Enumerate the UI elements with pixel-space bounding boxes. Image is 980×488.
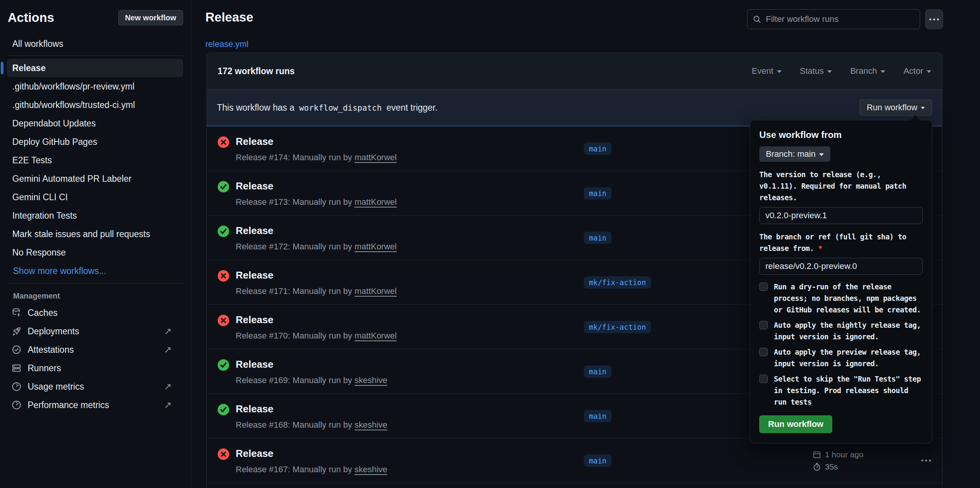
run-actor-link[interactable]: mattKorwel <box>354 242 397 251</box>
workflow-input-checkboxes: Run a dry-run of the release process; no… <box>759 281 923 408</box>
sidebar-item-all-workflows[interactable]: All workflows <box>8 35 183 52</box>
run-status-icon <box>218 270 229 282</box>
ref-input[interactable] <box>759 258 923 275</box>
sidebar-item-deployments[interactable]: Deployments ↗ <box>8 322 183 340</box>
cache-icon <box>12 308 21 318</box>
rocket-icon <box>12 326 21 336</box>
branch-badge[interactable]: main <box>584 187 611 199</box>
run-status-icon <box>218 448 229 460</box>
run-actor-link[interactable]: mattKorwel <box>354 153 397 162</box>
sidebar-workflow-item[interactable]: Deploy GitHub Pages <box>7 133 183 151</box>
banner-text-suffix: event trigger. <box>387 103 438 113</box>
sidebar-workflow-item[interactable]: No Response <box>7 243 183 262</box>
checkbox[interactable] <box>759 375 768 383</box>
filter-workflow-runs-input[interactable] <box>766 14 914 24</box>
run-description: Release #170: Manually run by mattKorwel <box>236 331 397 341</box>
sidebar-item-attestations[interactable]: Attestations ↗ <box>8 340 183 359</box>
run-title-link[interactable]: Release <box>236 269 397 281</box>
branch-badge[interactable]: mk/fix-action <box>584 321 651 333</box>
chevron-down-icon <box>927 70 931 73</box>
sidebar-workflow-item[interactable]: .github/workflows/pr-review.yml <box>7 77 183 96</box>
workflow-file-link[interactable]: release.yml <box>205 39 248 49</box>
sidebar-workflow-item[interactable]: Gemini CLI CI <box>7 188 183 206</box>
run-title-link[interactable]: Release <box>236 448 387 460</box>
page-title: Release <box>205 10 253 25</box>
sidebar-workflow-item[interactable]: E2E Tests <box>7 151 183 169</box>
nightly-tag-checkbox-row[interactable]: Auto apply the nightly release tag, inpu… <box>759 319 923 342</box>
run-duration: 35s <box>825 462 838 471</box>
checkbox[interactable] <box>759 321 768 329</box>
kebab-icon <box>929 18 931 20</box>
sidebar-item-runners[interactable]: Runners <box>8 359 183 377</box>
branch-badge[interactable]: main <box>584 232 611 244</box>
workflow-list: Release .github/workflows/pr-review.yml … <box>8 59 183 262</box>
run-description: Release #172: Manually run by mattKorwel <box>236 242 397 252</box>
sidebar-item-performance-metrics[interactable]: Performance metrics ↗ <box>8 396 183 414</box>
runs-filter-dropdown[interactable]: Branch <box>850 66 885 76</box>
run-description: Release #173: Manually run by mattKorwel <box>236 197 397 207</box>
run-workflow-submit-button[interactable]: Run workflow <box>759 415 832 433</box>
sidebar-workflow-item[interactable]: .github/workflows/trusted-ci.yml <box>7 96 183 114</box>
new-workflow-button[interactable]: New workflow <box>118 10 183 25</box>
runs-panel-header: 172 workflow runs Event Status Branch Ac… <box>207 53 942 90</box>
run-actor-link[interactable]: skeshive <box>354 375 387 385</box>
run-description: Release #174: Manually run by mattKorwel <box>236 153 397 163</box>
show-more-workflows-link[interactable]: Show more workflows... <box>8 262 183 280</box>
run-description: Release #167: Manually run by skeshive <box>236 465 387 475</box>
chevron-down-icon <box>827 70 832 73</box>
runs-filter-dropdown[interactable]: Event <box>752 66 781 76</box>
run-title-link[interactable]: Release <box>236 180 397 192</box>
branch-badge[interactable]: main <box>584 143 611 155</box>
runs-filter-dropdown[interactable]: Actor <box>904 66 931 76</box>
run-workflow-popover: Use workflow from Branch: main The versi… <box>750 120 932 443</box>
meter-icon <box>12 382 21 392</box>
external-link-icon: ↗ <box>164 326 172 337</box>
stopwatch-icon <box>813 463 821 471</box>
workflow-run-row[interactable]: Release Release #167: Manually run by sk… <box>207 438 942 483</box>
sidebar-workflow-item[interactable]: Release <box>7 59 183 77</box>
search-icon <box>753 15 761 24</box>
sidebar-workflow-item[interactable]: Integration Tests <box>7 206 183 225</box>
run-title-link[interactable]: Release <box>236 136 397 148</box>
branch-badge[interactable]: main <box>584 455 611 467</box>
required-asterisk: * <box>818 244 822 252</box>
branch-badge[interactable]: main <box>584 410 611 422</box>
run-title-link[interactable]: Release <box>236 403 387 415</box>
run-workflow-dropdown-button[interactable]: Run workflow <box>859 100 932 116</box>
run-title-link[interactable]: Release <box>236 359 387 370</box>
run-actor-link[interactable]: skeshive <box>354 420 387 430</box>
version-input[interactable] <box>759 207 923 224</box>
branch-badge[interactable]: main <box>584 365 611 378</box>
run-time-ago: 1 hour ago <box>825 450 863 459</box>
checkbox[interactable] <box>759 282 768 291</box>
sidebar-item-usage-metrics[interactable]: Usage metrics ↗ <box>8 377 183 396</box>
run-actor-link[interactable]: mattKorwel <box>354 286 397 296</box>
verified-icon <box>12 345 21 355</box>
external-link-icon: ↗ <box>164 400 172 410</box>
run-actor-link[interactable]: mattKorwel <box>354 197 397 207</box>
run-actor-link[interactable]: skeshive <box>354 465 387 474</box>
run-title-link[interactable]: Release <box>236 225 397 237</box>
management-section-header: Management <box>8 288 183 304</box>
run-menu-button[interactable] <box>915 453 937 468</box>
popover-heading: Use workflow from <box>759 129 923 140</box>
run-description: Release #171: Manually run by mattKorwel <box>236 286 397 296</box>
dry-run-checkbox-row[interactable]: Run a dry-run of the release process; no… <box>759 281 923 315</box>
skip-tests-checkbox-row[interactable]: Select to skip the "Run Tests" step in t… <box>759 373 923 408</box>
sidebar-workflow-item[interactable]: Gemini Automated PR Labeler <box>7 169 183 188</box>
sidebar-item-caches[interactable]: Caches <box>8 304 183 322</box>
sidebar-workflow-item[interactable]: Mark stale issues and pull requests <box>7 225 183 243</box>
branch-select-button[interactable]: Branch: main <box>759 146 830 162</box>
chevron-down-icon <box>921 107 925 109</box>
sidebar-workflow-item[interactable]: Dependabot Updates <box>7 114 183 133</box>
page-kebab-menu-button[interactable] <box>925 9 943 29</box>
runs-filter-dropdown[interactable]: Status <box>800 66 832 76</box>
checkbox[interactable] <box>759 348 768 356</box>
run-status-icon <box>218 136 229 148</box>
preview-tag-checkbox-row[interactable]: Auto apply the preview release tag, inpu… <box>759 346 923 369</box>
run-title-link[interactable]: Release <box>236 314 397 326</box>
run-actor-link[interactable]: mattKorwel <box>354 331 397 340</box>
branch-badge[interactable]: mk/fix-action <box>584 276 651 289</box>
run-status-icon <box>218 315 229 326</box>
run-status-icon <box>218 359 229 371</box>
